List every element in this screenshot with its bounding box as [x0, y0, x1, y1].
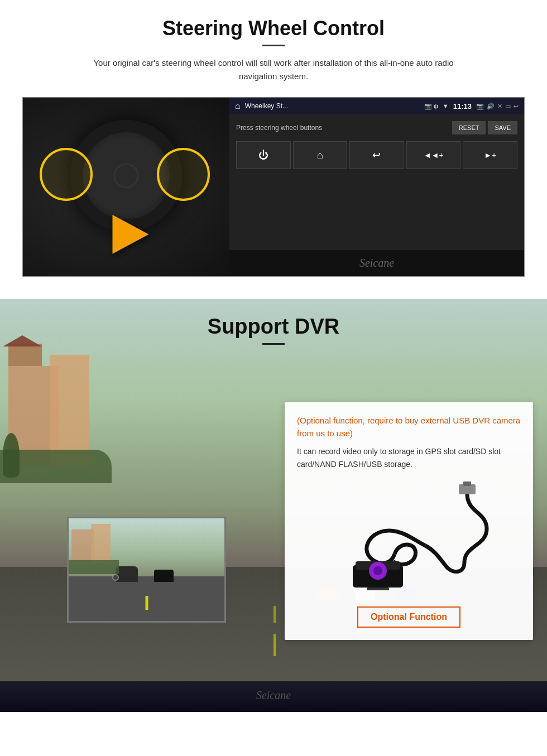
swc-arrow — [113, 215, 149, 254]
home-icon-cell[interactable]: ⌂ — [293, 141, 348, 169]
dvr-thumb-house1 — [71, 529, 94, 563]
dvr-description: It can record video only to storage in G… — [297, 445, 521, 471]
android-status-icons: 📷🔊✕▭↩ — [476, 103, 519, 110]
dvr-info-card: (Optional function, require to buy exter… — [285, 402, 533, 640]
home-icon: ⌂ — [317, 150, 323, 161]
steer-ui-header: Press steering wheel buttons RESET SAVE — [236, 121, 517, 134]
dvr-camera-illustration — [297, 479, 521, 599]
reset-button[interactable]: RESET — [452, 121, 486, 134]
power-icon: ⏻ — [258, 150, 268, 161]
vol-down-icon: ◄◄+ — [424, 151, 444, 160]
seicane-watermark-swc: Seicane — [229, 250, 524, 276]
dvr-thumb-lane — [145, 596, 148, 610]
cable-path-1 — [425, 494, 487, 572]
back-icon: ↩ — [372, 149, 381, 161]
android-appname: Wheelkey St... — [245, 102, 420, 110]
dvr-thumb-car — [154, 570, 174, 582]
vol-up-icon: ►+ — [484, 151, 496, 160]
dvr-section: Support DVR (Optional function, require … — [0, 299, 547, 712]
cam-mount — [367, 588, 389, 590]
vol-up-icon-cell[interactable]: ►+ — [463, 141, 517, 169]
android-home-icon: ⌂ — [235, 101, 241, 111]
steering-wheel-section: Steering Wheel Control Your original car… — [0, 0, 547, 299]
vol-down-icon-cell[interactable]: ◄◄+ — [406, 141, 461, 169]
dvr-screen-thumbnail — [67, 517, 226, 623]
swc-title-divider — [262, 45, 285, 46]
dvr-optional-text: (Optional function, require to buy exter… — [297, 415, 521, 440]
usb-connector — [463, 481, 471, 486]
dvr-thumb-spare — [112, 574, 119, 581]
swc-wheel-image — [23, 98, 229, 276]
dvr-lane-1 — [274, 634, 276, 656]
dvr-lane-2 — [274, 606, 276, 623]
dvr-cable-svg — [297, 479, 509, 590]
android-topbar: ⌂ Wheelkey St... 📷 ψ ▼ 11:13 📷🔊✕▭↩ — [229, 98, 524, 114]
seicane-watermark-dvr: Seicane — [0, 689, 547, 702]
optional-function-container: Optional Function — [297, 606, 521, 628]
dvr-title: Support DVR — [0, 315, 547, 339]
swc-android-ui: ⌂ Wheelkey St... 📷 ψ ▼ 11:13 📷🔊✕▭↩ Press… — [229, 98, 524, 276]
swc-right-highlight — [157, 148, 210, 201]
steer-icons-grid: ⏻ ⌂ ↩ ◄◄+ ►+ — [236, 141, 517, 169]
dvr-thumb-house2 — [91, 524, 111, 563]
android-signal-icons: 📷 ψ — [424, 103, 438, 110]
swc-subtitle: Your original car's steering wheel contr… — [78, 56, 469, 83]
cable-path-2 — [367, 531, 425, 563]
steer-control-panel: Press steering wheel buttons RESET SAVE … — [229, 114, 524, 250]
swc-title: Steering Wheel Control — [22, 17, 525, 40]
cam-lens-inner — [373, 566, 382, 575]
steer-prompt: Press steering wheel buttons — [236, 124, 322, 132]
dvr-tree-1 — [3, 433, 20, 478]
dvr-title-divider — [262, 343, 285, 345]
android-time: 11:13 — [453, 102, 472, 110]
steer-action-buttons: RESET SAVE — [452, 121, 517, 134]
swc-left-highlight — [40, 148, 93, 201]
dvr-thumb-inner — [69, 518, 224, 621]
steering-wheel-bg — [23, 98, 229, 276]
dvr-title-container: Support DVR — [0, 299, 547, 354]
save-button[interactable]: SAVE — [488, 121, 517, 134]
back-icon-cell[interactable]: ↩ — [349, 141, 404, 169]
optional-function-button[interactable]: Optional Function — [357, 606, 460, 628]
dvr-thumb-hedge — [69, 560, 119, 574]
power-icon-cell[interactable]: ⏻ — [236, 141, 291, 169]
swc-demo-container: ⌂ Wheelkey St... 📷 ψ ▼ 11:13 📷🔊✕▭↩ Press… — [22, 97, 525, 277]
